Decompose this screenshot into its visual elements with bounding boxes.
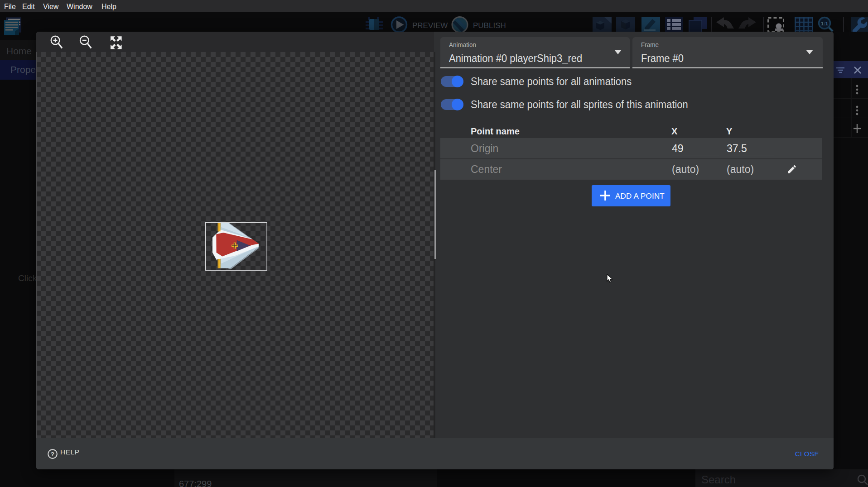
svg-text:1:1: 1:1 [821, 21, 828, 26]
svg-text:?: ? [51, 451, 54, 458]
